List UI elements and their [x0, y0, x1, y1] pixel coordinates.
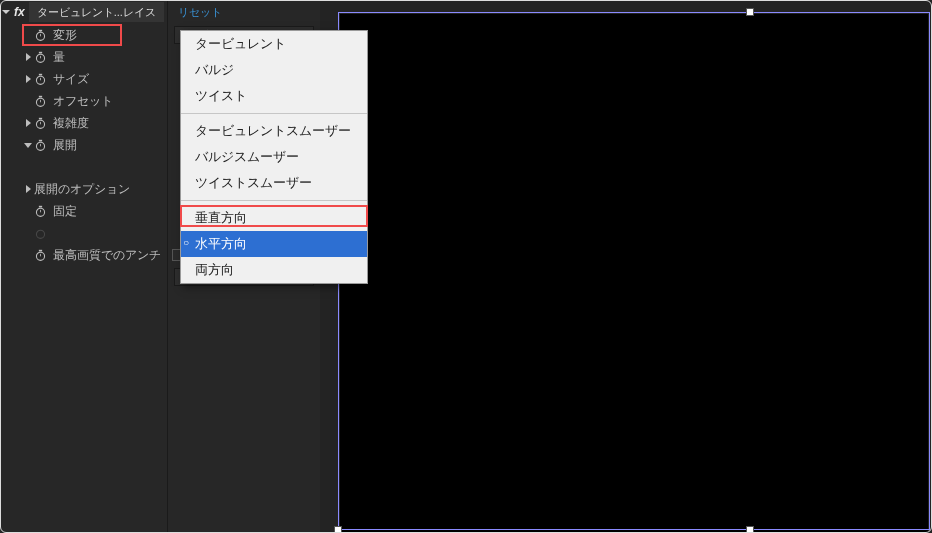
prop-resize-blank	[0, 222, 167, 244]
prop-label: 固定	[53, 203, 77, 220]
effect-name-tab[interactable]: タービュレント...レイス	[29, 2, 164, 22]
prop-label: 最高画質でのアンチ	[53, 247, 161, 264]
prop-label: 展開	[53, 137, 77, 154]
menu-item[interactable]: バルジスムーザー	[181, 144, 367, 170]
stopwatch-icon	[34, 227, 47, 240]
prop-label: 展開のオプション	[34, 181, 130, 198]
stopwatch-icon[interactable]	[34, 205, 47, 218]
expand-arrow-icon[interactable]	[22, 143, 34, 148]
menu-item-selected[interactable]: 水平方向	[181, 231, 367, 257]
prop-evolution[interactable]: 展開	[0, 134, 167, 156]
prop-antialias[interactable]: 最高画質でのアンチ	[0, 244, 167, 266]
stopwatch-icon[interactable]	[34, 95, 47, 108]
transform-handle[interactable]	[746, 526, 754, 533]
chevron-down-icon	[2, 10, 10, 14]
svg-rect-1	[39, 29, 42, 31]
svg-rect-17	[39, 139, 42, 141]
stopwatch-icon[interactable]	[34, 51, 47, 64]
expand-arrow-icon[interactable]	[22, 53, 34, 61]
menu-item[interactable]: 垂直方向	[181, 205, 367, 231]
svg-rect-20	[39, 205, 42, 207]
menu-item[interactable]: ツイスト	[181, 83, 367, 109]
prop-offset[interactable]: オフセット	[0, 90, 167, 112]
prop-label: 複雑度	[53, 115, 89, 132]
stopwatch-icon[interactable]	[34, 73, 47, 86]
effect-header[interactable]: fx タービュレント...レイス	[0, 0, 167, 24]
prop-complexity[interactable]: 複雑度	[0, 112, 167, 134]
reset-link[interactable]: リセット	[170, 1, 230, 24]
prop-pinning[interactable]: 固定	[0, 200, 167, 222]
layer-bounds	[338, 12, 930, 530]
prop-amount[interactable]: 量	[0, 46, 167, 68]
composition-viewport[interactable]	[320, 0, 932, 533]
effect-collapse-toggle[interactable]: fx	[2, 5, 25, 19]
transform-handle[interactable]	[334, 526, 342, 533]
svg-rect-11	[39, 95, 42, 97]
menu-separator	[181, 200, 367, 201]
expand-arrow-icon[interactable]	[22, 75, 34, 83]
menu-item[interactable]: タービュレント	[181, 31, 367, 57]
svg-rect-14	[39, 117, 42, 119]
prop-label: オフセット	[53, 93, 113, 110]
displace-dropdown-menu[interactable]: タービュレント バルジ ツイスト タービュレントスムーザー バルジスムーザー ツ…	[180, 30, 368, 284]
stopwatch-icon[interactable]	[34, 29, 47, 42]
svg-rect-8	[39, 73, 42, 75]
svg-point-22	[36, 230, 44, 238]
expand-arrow-icon[interactable]	[22, 119, 34, 127]
fx-icon: fx	[14, 5, 25, 19]
effect-controls-panel: fx タービュレント...レイス 変形 量 サイズ	[0, 0, 168, 533]
menu-item[interactable]: ツイストスムーザー	[181, 170, 367, 196]
prop-label: サイズ	[53, 71, 89, 88]
prop-displace[interactable]: 変形	[0, 24, 167, 46]
menu-item[interactable]: 両方向	[181, 257, 367, 283]
svg-rect-5	[39, 51, 42, 53]
menu-item[interactable]: タービュレントスムーザー	[181, 118, 367, 144]
stopwatch-icon[interactable]	[34, 249, 47, 262]
prop-label: 量	[53, 49, 65, 66]
prop-label: 変形	[53, 27, 77, 44]
stopwatch-icon[interactable]	[34, 139, 47, 152]
menu-item[interactable]: バルジ	[181, 57, 367, 83]
prop-size[interactable]: サイズ	[0, 68, 167, 90]
expand-arrow-icon[interactable]	[22, 185, 34, 193]
prop-evolution-options[interactable]: 展開のオプション	[0, 178, 167, 200]
stopwatch-icon[interactable]	[34, 117, 47, 130]
menu-separator	[181, 113, 367, 114]
transform-handle[interactable]	[746, 8, 754, 16]
svg-rect-24	[39, 249, 42, 251]
